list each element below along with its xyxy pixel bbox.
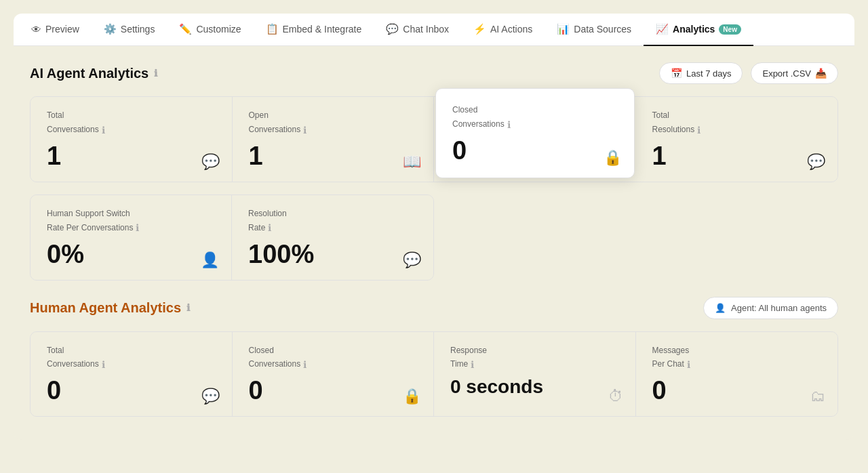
ai-section-header: AI Agent Analytics ℹ 📅 Last 7 days Expor… — [30, 62, 838, 84]
overlay-value-closed: 0 — [452, 136, 618, 165]
agent-btn-label: Agent: All human agents — [731, 303, 827, 313]
nav-ai-actions-label: AI Actions — [490, 24, 532, 35]
human-closed-icon: 🔒 — [403, 388, 421, 405]
human-header-actions: 👤 Agent: All human agents — [703, 297, 838, 319]
human-stats-grid: Total Conversations ℹ 0 💬 Closed Convers… — [30, 331, 838, 417]
human-support-label2: Rate Per Conversations ℹ — [47, 222, 215, 234]
resolution-rate-value: 100% — [248, 240, 417, 269]
human-closed-label2: Conversations ℹ — [249, 358, 418, 371]
stat-label-resolutions2: Resolutions ℹ — [652, 124, 822, 136]
open-conv-info[interactable]: ℹ — [303, 124, 307, 136]
human-closed-info[interactable]: ℹ — [303, 358, 307, 371]
ai-section-title: AI Agent Analytics ℹ — [30, 66, 157, 81]
analytics-icon: 📈 — [656, 23, 669, 35]
nav-data-sources[interactable]: 📊 Data Sources — [545, 14, 644, 46]
human-support-label1: Human Support Switch — [47, 209, 215, 220]
resolutions-icon: 💬 — [807, 153, 825, 171]
stat-value-total-conv: 1 — [47, 142, 216, 171]
stat-open-conversations: Open Conversations ℹ 1 📖 — [233, 97, 435, 182]
closed-conv-info[interactable]: ℹ — [507, 119, 511, 131]
resolution-rate-icon: 💬 — [403, 251, 421, 269]
ai-title-text: AI Agent Analytics — [30, 66, 149, 81]
nav-bar: 👁 Preview ⚙️ Settings ✏️ Customize 📋 Emb… — [14, 14, 854, 46]
nav-preview-label: Preview — [45, 24, 79, 35]
stat-label-resolutions: Total — [652, 110, 822, 121]
open-conv-icon: 📖 — [403, 153, 421, 171]
closed-conversations-overlay: Closed Conversations ℹ 0 🔒 — [435, 88, 635, 178]
agent-selector-button[interactable]: 👤 Agent: All human agents — [703, 297, 838, 319]
resolution-rate-label1: Resolution — [248, 209, 417, 220]
embed-icon: 📋 — [266, 23, 279, 35]
stat-response-time: Response Time ℹ 0 seconds ⏱ — [434, 332, 636, 417]
calendar-icon: 📅 — [671, 68, 682, 79]
total-conv-icon: 💬 — [201, 153, 220, 171]
closed-conv-icon: 🔒 — [604, 149, 622, 167]
stat-value-open-conv: 1 — [249, 142, 418, 171]
nav-analytics[interactable]: 📈 Analytics New — [644, 14, 753, 46]
export-csv-button[interactable]: Export .CSV 📥 — [751, 62, 838, 84]
messages-label1: Messages — [652, 346, 822, 356]
nav-preview[interactable]: 👁 Preview — [19, 14, 92, 46]
overlay-label-closed: Closed — [452, 105, 618, 116]
overlay-label-conversations: Conversations ℹ — [452, 119, 618, 131]
messages-icon: 🗂 — [810, 388, 825, 405]
last-7-days-button[interactable]: 📅 Last 7 days — [659, 62, 743, 84]
preview-icon: 👁 — [31, 24, 41, 35]
human-closed-value: 0 — [249, 376, 418, 405]
total-conv-info[interactable]: ℹ — [102, 124, 105, 136]
human-total-icon: 💬 — [201, 388, 220, 405]
stat-total-resolutions: Total Resolutions ℹ 1 💬 — [636, 97, 838, 182]
nav-embed-label: Embed & Integrate — [283, 24, 362, 35]
human-total-value: 0 — [47, 376, 216, 405]
human-support-icon: 👤 — [201, 251, 219, 269]
messages-info[interactable]: ℹ — [687, 358, 690, 371]
ai-stats-row2: Human Support Switch Rate Per Conversati… — [30, 194, 434, 281]
data-sources-icon: 📊 — [557, 23, 570, 35]
nav-data-sources-label: Data Sources — [574, 24, 631, 35]
human-title-text: Human Agent Analytics — [30, 300, 181, 316]
human-total-info[interactable]: ℹ — [102, 358, 105, 371]
messages-value: 0 — [652, 376, 822, 405]
human-support-value: 0% — [47, 240, 215, 269]
stat-label-total: Total — [47, 110, 216, 121]
stat-human-closed-conv: Closed Conversations ℹ 0 🔒 — [233, 332, 435, 417]
ai-stats-grid: Total Conversations ℹ 1 💬 Open Convers — [30, 96, 838, 182]
response-time-info[interactable]: ℹ — [471, 358, 474, 371]
chat-inbox-icon: 💬 — [386, 23, 399, 35]
stat-label-conversations: Conversations ℹ — [47, 124, 216, 136]
nav-chat-inbox[interactable]: 💬 Chat Inbox — [374, 14, 461, 46]
nav-customize[interactable]: ✏️ Customize — [167, 14, 253, 46]
stat-human-support: Human Support Switch Rate Per Conversati… — [31, 195, 232, 280]
nav-customize-label: Customize — [196, 24, 241, 35]
analytics-new-badge: New — [719, 24, 741, 35]
agent-icon: 👤 — [715, 303, 726, 313]
response-time-label2: Time ℹ — [450, 358, 619, 371]
nav-ai-actions[interactable]: ⚡ AI Actions — [461, 14, 545, 46]
ai-title-info-icon[interactable]: ℹ — [154, 68, 157, 79]
ai-stats-row1: Total Conversations ℹ 1 💬 Open Convers — [30, 96, 838, 182]
stat-label-open: Open — [249, 110, 418, 121]
resolution-rate-label2: Rate ℹ — [248, 222, 417, 234]
messages-label2: Per Chat ℹ — [652, 358, 822, 371]
human-section-title: Human Agent Analytics ℹ — [30, 300, 190, 316]
human-total-label2: Conversations ℹ — [47, 358, 216, 371]
nav-settings-label: Settings — [121, 24, 155, 35]
stat-human-total-conv: Total Conversations ℹ 0 💬 — [31, 332, 233, 417]
stat-total-conversations: Total Conversations ℹ 1 💬 — [31, 97, 233, 182]
export-label: Export .CSV — [762, 68, 811, 79]
human-support-info[interactable]: ℹ — [136, 222, 139, 234]
nav-settings[interactable]: ⚙️ Settings — [92, 14, 167, 46]
stat-messages-per-chat: Messages Per Chat ℹ 0 🗂 — [636, 332, 838, 417]
customize-icon: ✏️ — [179, 23, 192, 35]
nav-embed[interactable]: 📋 Embed & Integrate — [254, 14, 374, 46]
stat-label-open-conv: Conversations ℹ — [249, 124, 418, 136]
stat-resolution-rate: Resolution Rate ℹ 100% 💬 — [232, 195, 433, 280]
resolutions-info[interactable]: ℹ — [697, 124, 701, 136]
response-time-icon: ⏱ — [608, 388, 623, 405]
human-title-info-icon[interactable]: ℹ — [186, 302, 190, 313]
response-time-label1: Response — [450, 346, 619, 356]
human-section-header: Human Agent Analytics ℹ 👤 Agent: All hum… — [30, 297, 838, 319]
resolution-rate-info[interactable]: ℹ — [268, 222, 271, 234]
stat-value-resolutions: 1 — [652, 142, 822, 171]
ai-header-actions: 📅 Last 7 days Export .CSV 📥 — [659, 62, 838, 84]
